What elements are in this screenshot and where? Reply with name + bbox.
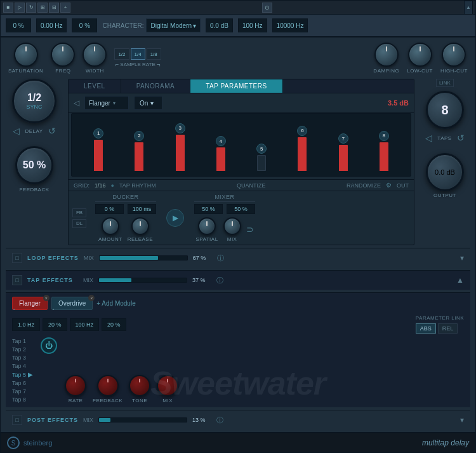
- post-mix-bar[interactable]: [98, 417, 187, 423]
- seq-col-3[interactable]: 3: [161, 119, 199, 171]
- seq-col-1[interactable]: 1: [79, 119, 117, 171]
- delay-right-icon[interactable]: ↺: [48, 126, 56, 136]
- seq-bar-8[interactable]: [380, 142, 388, 171]
- on-dropdown[interactable]: On ▾: [134, 96, 162, 110]
- post-effects-toggle[interactable]: □: [12, 415, 22, 425]
- toolbar-icon-5[interactable]: ⊟: [49, 3, 59, 13]
- tap-item-6[interactable]: Tap 6: [12, 379, 33, 387]
- settings-icon[interactable]: ⚙: [386, 182, 392, 189]
- toolbar-icon-1[interactable]: ■: [3, 3, 13, 13]
- delay-left-icon[interactable]: ◁: [13, 126, 20, 136]
- sr-btn-eighth[interactable]: 1/8: [147, 48, 161, 60]
- nav-left-icon[interactable]: ◁: [74, 98, 79, 107]
- toolbar-icon-3[interactable]: ↻: [26, 3, 36, 13]
- amount-knob[interactable]: [102, 217, 119, 235]
- amount-display[interactable]: 0 %: [95, 204, 124, 214]
- width-knob[interactable]: [83, 43, 107, 67]
- loop-mix-bar[interactable]: [99, 255, 188, 260]
- spatial-knob[interactable]: [198, 217, 216, 235]
- tap-param-4[interactable]: 20 %: [102, 318, 126, 331]
- taps-right-icon[interactable]: ↺: [457, 133, 465, 143]
- sr-btn-half[interactable]: 1/2: [114, 48, 129, 60]
- tap-info-icon[interactable]: ⓘ: [216, 276, 223, 285]
- flanger-dropdown[interactable]: Flanger ▾: [84, 96, 129, 110]
- tap-item-5[interactable]: Tap 5 ▶: [12, 370, 33, 379]
- seq-col-8[interactable]: 8: [365, 119, 403, 171]
- seq-bar-6[interactable]: [298, 137, 307, 171]
- lowcut-knob[interactable]: [408, 43, 432, 67]
- tap-item-3[interactable]: Tap 3: [12, 354, 33, 362]
- sr-btn-quarter[interactable]: 1/4: [131, 48, 145, 60]
- tap-mix-knob[interactable]: [157, 375, 178, 396]
- seq-bar-3[interactable]: [176, 135, 185, 171]
- tap-param-1[interactable]: 1.0 Hz: [12, 318, 40, 331]
- rel-button[interactable]: REL: [438, 323, 458, 334]
- flanger-close-icon[interactable]: ×: [43, 295, 50, 301]
- seq-col-6[interactable]: 6: [283, 119, 321, 171]
- damping-knob[interactable]: [374, 43, 399, 67]
- add-module-button[interactable]: + Add Module: [96, 300, 135, 307]
- seq-col-5[interactable]: 5: [242, 119, 281, 171]
- tab-panorama[interactable]: PANORAMA: [121, 79, 191, 93]
- tap-mix-bar[interactable]: [98, 278, 187, 283]
- seq-col-7[interactable]: 7: [324, 119, 362, 171]
- sequencer[interactable]: 12345678: [71, 113, 411, 177]
- tab-level[interactable]: LEVEL: [69, 79, 121, 93]
- tap-item-7[interactable]: Tap 7: [12, 388, 33, 395]
- damping-display[interactable]: 0.0 dB: [206, 18, 233, 32]
- toolbar-icon-4[interactable]: ⊞: [37, 3, 48, 13]
- play-button[interactable]: ▶: [166, 209, 184, 227]
- output-knob[interactable]: 0.0 dB: [426, 153, 464, 191]
- tone-knob[interactable]: [129, 375, 150, 396]
- delay-knob[interactable]: 1/2 SYNC: [12, 79, 56, 123]
- seq-col-4[interactable]: 4: [202, 119, 240, 171]
- loop-effects-toggle[interactable]: □: [12, 253, 22, 263]
- rate-knob[interactable]: [65, 375, 86, 396]
- freq-display[interactable]: 0.00 Hz: [36, 18, 67, 32]
- grid-value[interactable]: 1/16: [95, 182, 106, 189]
- character-dropdown[interactable]: Digital Modern ▾: [146, 18, 200, 32]
- tap-param-2[interactable]: 20 %: [43, 318, 67, 331]
- tap-item-1[interactable]: Tap 1: [12, 337, 33, 345]
- tap-param-3[interactable]: 100 Hz: [70, 318, 100, 331]
- highcut-knob[interactable]: [442, 43, 466, 67]
- overdrive-close-icon[interactable]: ×: [88, 295, 95, 301]
- tap-item-2[interactable]: Tap 2: [12, 346, 33, 353]
- tap-item-8[interactable]: Tap 8: [12, 396, 33, 403]
- toolbar-icon-6[interactable]: +: [60, 3, 70, 13]
- freq-knob[interactable]: [51, 43, 75, 67]
- abs-button[interactable]: ABS: [416, 323, 436, 334]
- seq-bar-2[interactable]: [135, 142, 143, 171]
- saturation-display[interactable]: 0 %: [6, 18, 31, 32]
- power-button[interactable]: ⏻: [41, 337, 57, 354]
- post-effects-chevron[interactable]: ▾: [460, 416, 464, 424]
- seq-bar-7[interactable]: [339, 145, 348, 171]
- tap-feedback-knob[interactable]: [97, 375, 119, 396]
- loop-info-icon[interactable]: ⓘ: [217, 254, 224, 263]
- seq-bar-5[interactable]: [257, 155, 266, 171]
- release-display[interactable]: 100 ms: [128, 204, 156, 214]
- seq-bar-4[interactable]: [216, 147, 225, 171]
- taps-left-icon[interactable]: ◁: [425, 133, 432, 143]
- saturation-knob[interactable]: [14, 43, 38, 67]
- toolbar-icon-2[interactable]: ▷: [15, 3, 25, 13]
- mix-knob[interactable]: [223, 217, 241, 235]
- spatial-display[interactable]: 50 %: [194, 204, 223, 214]
- mixer-link-icon[interactable]: ⊃: [246, 224, 254, 234]
- lowcut-display[interactable]: 100 Hz: [238, 18, 267, 32]
- dl-button[interactable]: DL: [72, 219, 86, 228]
- fb-button[interactable]: FB: [72, 208, 86, 217]
- flanger-module[interactable]: Flanger × ▪: [12, 297, 48, 310]
- camera-icon[interactable]: ⊙: [262, 3, 272, 13]
- feedback-knob[interactable]: 50 %: [15, 146, 53, 184]
- seq-col-2[interactable]: 2: [120, 119, 158, 171]
- highcut-display[interactable]: 10000 Hz: [272, 18, 308, 32]
- tap-item-4[interactable]: Tap 4: [12, 362, 33, 370]
- loop-effects-chevron[interactable]: ▾: [460, 254, 464, 262]
- width-display[interactable]: 0 %: [72, 18, 97, 32]
- tap-effects-chevron[interactable]: ▲: [456, 276, 464, 285]
- mix-display[interactable]: 50 %: [227, 204, 255, 214]
- release-knob[interactable]: [131, 217, 149, 235]
- expand-button[interactable]: ▲: [464, 1, 473, 15]
- taps-knob[interactable]: 8: [426, 91, 464, 129]
